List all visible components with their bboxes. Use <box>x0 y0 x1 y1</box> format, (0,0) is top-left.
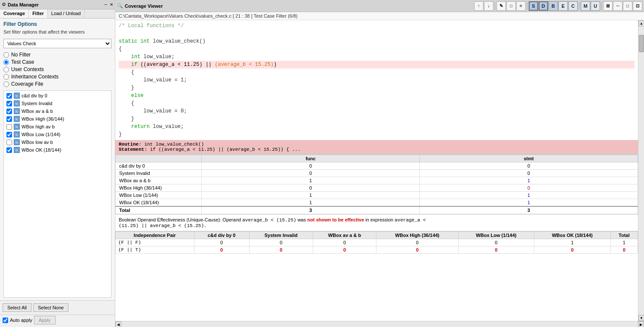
values-check-dropdown[interactable]: Values Check <box>3 39 111 48</box>
checkbox-item-5[interactable]: tc WBox Low (1/144) <box>5 131 110 138</box>
auto-apply-row: Auto apply Apply <box>0 315 115 327</box>
main-content-area: /* Local functions */ static int low_val… <box>115 20 638 321</box>
toolbar-s-btn[interactable]: S <box>529 1 538 11</box>
code-line-0: /* Local functions */ <box>119 22 635 30</box>
table-row: WBox OK (18/144) 1 1 <box>116 199 638 207</box>
checkbox-item-4[interactable]: tc WBox high av b <box>5 123 110 131</box>
radio-inheritance-contexts[interactable]: Inheritance Contexts <box>3 74 111 80</box>
auto-apply-label: Auto apply <box>10 318 32 323</box>
scroll-down-arrow[interactable]: ▼ <box>638 315 644 321</box>
test-icon-3: tc <box>14 116 20 122</box>
scrollbar-track[interactable] <box>638 26 644 315</box>
select-all-button[interactable]: Select All <box>3 303 31 312</box>
toolbar-u-btn[interactable]: U <box>591 1 600 11</box>
test-case-list: tc c&d div by 0 tc System Invalid tc WBo… <box>3 90 111 298</box>
boolean-section: Boolean Operand Effectiveness (Unique-Ca… <box>115 214 638 231</box>
toolbar-e-btn[interactable]: E <box>558 1 568 11</box>
code-line-3: { <box>119 45 635 53</box>
independence-row-0: (F || F) 0 0 0 0 0 1 1 <box>116 239 638 246</box>
scroll-up-arrow[interactable]: ▲ <box>638 20 644 26</box>
checkbox-item-6[interactable]: tc WBox low av b <box>5 138 110 146</box>
checkbox-item-0[interactable]: tc c&d div by 0 <box>5 92 110 100</box>
radio-test-case[interactable]: Test Case <box>3 59 111 65</box>
code-line-14: } <box>119 131 635 138</box>
toolbar-grid-btn[interactable]: ⊞ <box>603 1 613 11</box>
code-line-1 <box>119 30 635 37</box>
filter-description: Set filter options that affect the viewe… <box>3 29 111 35</box>
code-line-9: else <box>119 92 635 100</box>
test-icon-0: tc <box>14 93 20 99</box>
close-icon[interactable]: ✕ <box>110 2 113 7</box>
col-header-name <box>116 155 202 162</box>
toolbar-min-btn[interactable]: ─ <box>613 1 622 11</box>
test-icon-6: tc <box>14 139 20 145</box>
ind-col-total: Total <box>610 232 638 239</box>
coverage-viewer-icon: 🔍 <box>117 3 123 9</box>
code-display: /* Local functions */ static int low_val… <box>115 20 638 140</box>
toolbar-pencil-btn[interactable]: ✎ <box>496 1 506 11</box>
checkbox-item-2[interactable]: tc WBox av a & b <box>5 107 110 115</box>
toolbar-c-btn[interactable]: C <box>568 1 578 11</box>
toolbar-down-btn[interactable]: ↓ <box>484 1 493 11</box>
ind-col-0: c&d div by 0 <box>194 232 249 239</box>
col-header-func: func <box>202 155 420 162</box>
routine-info: Routine: int low_value_check() Statement… <box>115 140 638 154</box>
horizontal-track[interactable] <box>121 321 638 327</box>
code-line-4: int low_value; <box>119 53 635 61</box>
ind-col-5: WBox OK (18/144) <box>534 232 610 239</box>
independence-table: Independence Pair c&d div by 0 System In… <box>115 231 638 254</box>
ind-col-4: WBox Low (1/144) <box>458 232 534 239</box>
apply-button[interactable]: Apply <box>34 316 55 324</box>
filter-options-title: Filter Options <box>3 21 111 27</box>
test-icon-4: tc <box>14 124 20 130</box>
bottom-buttons: Select All Select None <box>0 300 115 315</box>
code-line-12: } <box>119 115 635 123</box>
data-manager-icon: ⚙ <box>2 2 6 7</box>
filter-radio-group: No Filter Test Case User Contexts Inheri… <box>3 52 111 87</box>
ind-col-2: WBox av a & b <box>313 232 376 239</box>
radio-coverage-file[interactable]: Coverage File <box>3 81 111 87</box>
data-manager-title-bar: ⚙ Data Manager ─ ✕ <box>0 0 115 9</box>
checkbox-item-7[interactable]: tc WBox OK (18/144) <box>5 146 110 154</box>
scrollbar-thumb[interactable] <box>639 35 644 52</box>
independence-table-container: Independence Pair c&d div by 0 System In… <box>115 231 638 254</box>
breadcrumb: C:\Cantata_Workspace\Values Check\values… <box>115 12 644 20</box>
minimize-icon[interactable]: ─ <box>104 2 107 7</box>
toolbar-m-btn[interactable]: M <box>581 1 590 11</box>
toolbar-list-btn[interactable]: ≡ <box>516 1 526 11</box>
checkbox-item-1[interactable]: tc System Invalid <box>5 100 110 107</box>
tab-filter[interactable]: Filter <box>29 9 48 18</box>
toolbar-restore-btn[interactable]: ⊡ <box>633 1 642 11</box>
code-line-2: static int low_value_check() <box>119 37 635 45</box>
statement-line: Statement: if ((average_a < 11.25) || (a… <box>119 147 635 152</box>
scroll-right-arrow[interactable]: ▶ <box>638 321 644 327</box>
table-row: c&d div by 0 0 0 <box>116 162 638 170</box>
scroll-left-arrow[interactable]: ◀ <box>115 321 121 327</box>
coverage-table-container: func stmt c&d div by 0 0 0 System <box>115 154 638 214</box>
code-line-8: } <box>119 84 635 92</box>
test-icon-5: tc <box>14 131 20 137</box>
tab-load-unload[interactable]: Load / Unload <box>48 9 85 18</box>
toolbar-b-btn[interactable]: B <box>548 1 558 11</box>
auto-apply-checkbox[interactable] <box>3 318 8 323</box>
tab-coverage[interactable]: Coverage <box>0 9 29 18</box>
table-row: WBox av a & b 1 1 <box>116 177 638 184</box>
radio-no-filter[interactable]: No Filter <box>3 52 111 58</box>
select-none-button[interactable]: Select None <box>33 303 68 312</box>
toolbar-max-btn[interactable]: □ <box>623 1 632 11</box>
checkbox-item-3[interactable]: tc WBox High (36/144) <box>5 115 110 123</box>
bottom-scrollbar: ◀ ▶ <box>115 321 644 327</box>
radio-user-contexts[interactable]: User Contexts <box>3 66 111 72</box>
ind-col-pair: Independence Pair <box>116 232 194 239</box>
coverage-viewer-title: Coverage Viewer <box>125 3 474 9</box>
data-manager-panel: ⚙ Data Manager ─ ✕ Coverage Filter Load … <box>0 0 115 327</box>
toolbar-d-btn[interactable]: D <box>539 1 548 11</box>
toolbar-copy-btn[interactable]: □ <box>506 1 516 11</box>
code-line-10: { <box>119 100 635 107</box>
code-line-7: low_value = 1; <box>119 76 635 84</box>
table-row-total: Total 3 3 <box>116 206 638 214</box>
code-line-6: { <box>119 69 635 76</box>
table-row: System Invalid 0 0 <box>116 170 638 177</box>
code-line-5: if ((average_a < 11.25) || (average_b < … <box>119 61 635 69</box>
toolbar-up-btn[interactable]: ↑ <box>474 1 484 11</box>
